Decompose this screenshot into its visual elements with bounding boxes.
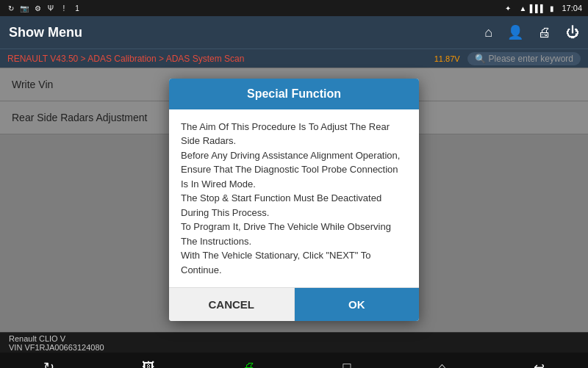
search-box[interactable]: 🔍 Please enter keyword [467, 52, 581, 65]
nav-printer-icon[interactable]: 🖨 [243, 360, 256, 369]
nav-image-icon[interactable]: 🖼 [142, 360, 155, 369]
alert-status-icon: ! [59, 3, 69, 13]
battery-icon: ▮ [547, 3, 557, 13]
dialog-body-text: The Aim Of This Procedure Is To Adjust T… [181, 121, 400, 275]
search-placeholder: Please enter keyword [489, 54, 573, 64]
settings-status-icon: ⚙ [32, 3, 43, 13]
camera-status-icon: 📷 [19, 3, 29, 13]
dialog-title: Special Function [247, 87, 341, 100]
voltage-display: 11.87V [434, 54, 460, 63]
nav-back-icon[interactable]: ↩ [534, 359, 545, 368]
user-toolbar-icon[interactable]: 👤 [507, 24, 523, 40]
bluetooth-icon: ✦ [503, 3, 513, 13]
vin-display: VIN VF1RJA00663124080 [9, 343, 104, 352]
print-toolbar-icon[interactable]: 🖨 [538, 25, 551, 40]
refresh-status-icon: ↻ [6, 3, 16, 13]
ok-button[interactable]: OK [295, 288, 420, 321]
vehicle-info: Renault CLIO V VIN VF1RJA00663124080 [9, 334, 104, 352]
home-toolbar-icon[interactable]: ⌂ [484, 25, 492, 40]
dialog-body: The Aim Of This Procedure Is To Adjust T… [169, 109, 419, 288]
status-icons-right: ✦ ▲ ▌▌▌ ▮ 17:04 [503, 3, 582, 13]
nav-bar: ↻ 🖼 🖨 □ ⌂ ↩ [0, 353, 588, 368]
search-icon: 🔍 [475, 54, 486, 64]
signal-icon: ▌▌▌ [532, 3, 542, 13]
nav-home-icon[interactable]: ⌂ [438, 360, 446, 369]
cancel-button[interactable]: CANCEL [169, 288, 295, 321]
nav-square-icon[interactable]: □ [343, 360, 351, 369]
exit-toolbar-icon[interactable]: ⏻ [566, 25, 579, 40]
dialog-overlay: Special Function The Aim Of This Procedu… [0, 68, 588, 332]
status-icons-left: ↻ 📷 ⚙ Ψ ! 1 [6, 3, 82, 13]
dialog-header: Special Function [169, 79, 419, 109]
bottom-bar: Renault CLIO V VIN VF1RJA00663124080 [0, 332, 588, 353]
toolbar-title: Show Menu [9, 25, 82, 40]
car-model: Renault CLIO V [9, 334, 104, 343]
usb-status-icon: Ψ [46, 3, 56, 13]
toolbar-icons: ⌂ 👤 🖨 ⏻ [484, 24, 579, 40]
time-display: 17:04 [562, 4, 582, 12]
number-status: 1 [72, 3, 82, 13]
breadcrumb-bar: RENAULT V43.50 > ADAS Calibration > ADAS… [0, 48, 588, 68]
dialog-footer: CANCEL OK [169, 287, 419, 321]
toolbar: Show Menu ⌂ 👤 🖨 ⏻ [0, 16, 588, 48]
nav-refresh-icon[interactable]: ↻ [43, 359, 54, 368]
wifi-icon: ▲ [517, 3, 528, 13]
status-bar: ↻ 📷 ⚙ Ψ ! 1 ✦ ▲ ▌▌▌ ▮ 17:04 [0, 0, 588, 16]
breadcrumb: RENAULT V43.50 > ADAS Calibration > ADAS… [7, 54, 244, 64]
special-function-dialog: Special Function The Aim Of This Procedu… [169, 79, 419, 322]
main-content: Write Vin Rear Side Radars Adjustment Sp… [0, 68, 588, 332]
